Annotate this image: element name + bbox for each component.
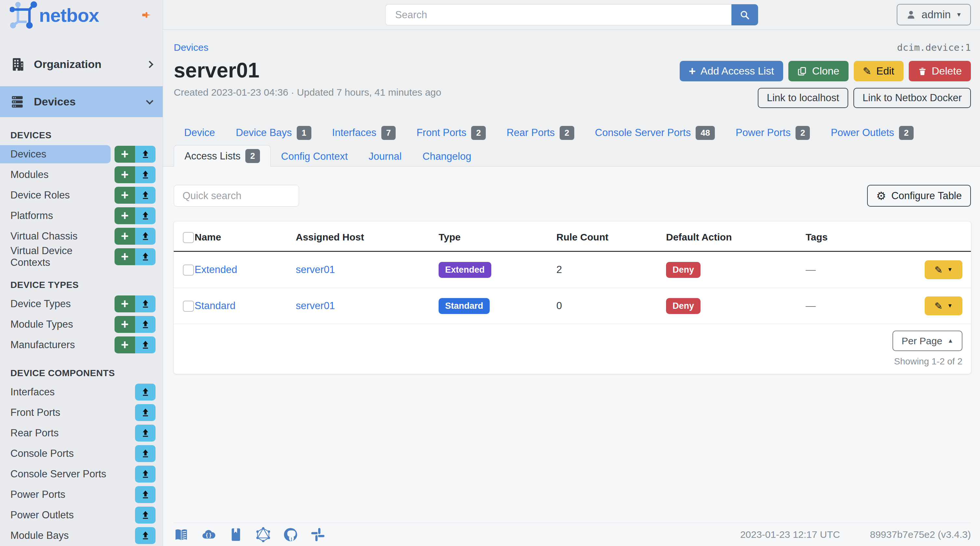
add-button[interactable]: + <box>115 248 135 265</box>
tab-power-outlets[interactable]: Power Outlets2 <box>820 123 924 143</box>
pin-sidebar-icon[interactable] <box>140 8 153 21</box>
assigned-host-link[interactable]: server01 <box>296 300 335 311</box>
sidebar-link[interactable]: Device Types <box>0 295 111 313</box>
edit-button[interactable]: ✎ Edit <box>854 61 904 81</box>
tab-device[interactable]: Device <box>174 123 226 143</box>
access-list-link[interactable]: Extended <box>194 264 237 275</box>
tab-access-lists[interactable]: Access Lists2 <box>174 145 271 167</box>
configure-table-button[interactable]: ⚙ Configure Table <box>867 185 971 207</box>
import-button[interactable] <box>135 384 156 401</box>
import-button[interactable] <box>135 445 156 462</box>
user-menu-button[interactable]: admin ▼ <box>897 4 971 25</box>
sidebar-link[interactable]: Module Types <box>0 315 111 334</box>
sidebar-link[interactable]: Console Ports <box>0 444 131 463</box>
sidebar-link[interactable]: Front Ports <box>0 403 131 422</box>
quick-search-input[interactable] <box>174 185 299 207</box>
sidebar-link[interactable]: Virtual Device Contexts <box>0 248 111 266</box>
sidebar-link[interactable]: Power Ports <box>0 486 131 504</box>
import-button[interactable] <box>135 404 156 421</box>
tab-console-server-ports[interactable]: Console Server Ports48 <box>585 123 725 143</box>
tab-interfaces[interactable]: Interfaces7 <box>322 123 406 143</box>
sidebar-section-devices[interactable]: Devices <box>0 86 163 117</box>
sidebar-link[interactable]: Device Roles <box>0 186 111 204</box>
column-header-name[interactable]: Name <box>194 221 296 252</box>
delete-button[interactable]: Delete <box>909 61 971 81</box>
tab-config-context[interactable]: Config Context <box>271 147 358 166</box>
tab-journal[interactable]: Journal <box>358 147 412 166</box>
add-button[interactable]: + <box>115 316 135 333</box>
sidebar-link[interactable]: Power Outlets <box>0 506 131 524</box>
slack-icon[interactable] <box>310 527 325 542</box>
import-button[interactable] <box>135 336 156 353</box>
access-list-link[interactable]: Standard <box>194 300 235 311</box>
sidebar-section-organization[interactable]: Organization <box>0 49 163 80</box>
import-button[interactable] <box>135 228 156 245</box>
import-button[interactable] <box>135 486 156 503</box>
github-icon[interactable] <box>283 527 298 542</box>
tab-front-ports[interactable]: Front Ports2 <box>406 123 496 143</box>
sidebar-link[interactable]: Devices <box>0 145 111 163</box>
sidebar-link[interactable]: Virtual Chassis <box>0 227 111 245</box>
import-button[interactable] <box>135 507 156 524</box>
tab-changelog[interactable]: Changelog <box>412 147 482 166</box>
import-button[interactable] <box>135 466 156 482</box>
add-button[interactable]: + <box>115 336 135 353</box>
netbox-logo-icon[interactable] <box>10 1 37 29</box>
add-button[interactable]: + <box>115 228 135 245</box>
search-input[interactable] <box>385 4 732 25</box>
column-header-type[interactable]: Type <box>439 221 556 252</box>
breadcrumb-devices[interactable]: Devices <box>174 42 208 53</box>
add-button[interactable]: + <box>115 166 135 183</box>
add-button[interactable]: + <box>115 146 135 163</box>
graphql-icon[interactable] <box>256 527 271 542</box>
clone-button[interactable]: Clone <box>788 61 848 81</box>
sidebar-link[interactable]: Modules <box>0 166 111 184</box>
per-page-button[interactable]: Per Page ▲ <box>892 331 963 351</box>
rest-api-cloud-icon[interactable]: { } <box>201 527 216 542</box>
search-button[interactable] <box>732 4 758 25</box>
row-checkbox[interactable] <box>183 301 194 312</box>
column-header-tags[interactable]: Tags <box>806 221 910 252</box>
sidebar-link[interactable]: Module Bays <box>0 527 131 545</box>
sidebar-link[interactable]: Manufacturers <box>0 336 111 354</box>
import-button[interactable] <box>135 207 156 224</box>
plus-icon: + <box>689 64 696 78</box>
select-all-checkbox[interactable] <box>183 232 194 243</box>
row-edit-dropdown-button[interactable]: ✎ ▼ <box>925 260 963 279</box>
import-button[interactable] <box>135 248 156 265</box>
row-checkbox[interactable] <box>183 264 194 275</box>
upload-icon <box>140 408 150 417</box>
tab-device-bays[interactable]: Device Bays1 <box>226 123 322 143</box>
add-button[interactable]: + <box>115 187 135 204</box>
column-header-rule-count[interactable]: Rule Count <box>556 221 666 252</box>
import-button[interactable] <box>135 187 156 204</box>
link-to-netbox-docker-button[interactable]: Link to Netbox Docker <box>853 88 971 108</box>
import-button[interactable] <box>135 296 156 312</box>
import-button[interactable] <box>135 316 156 333</box>
column-header-default-action[interactable]: Default Action <box>666 221 806 252</box>
tab-rear-ports[interactable]: Rear Ports2 <box>496 123 585 143</box>
rule-count: 2 <box>556 252 666 288</box>
netbox-wordmark[interactable]: netbox <box>39 4 99 26</box>
row-edit-dropdown-button[interactable]: ✎ ▼ <box>925 296 963 315</box>
assigned-host-link[interactable]: server01 <box>296 264 335 275</box>
add-button[interactable]: + <box>115 207 135 224</box>
add-access-list-button[interactable]: + Add Access List <box>680 61 783 81</box>
tab-power-ports[interactable]: Power Ports2 <box>725 123 820 143</box>
tags-value: — <box>806 264 816 275</box>
add-button[interactable]: + <box>115 296 135 312</box>
import-button[interactable] <box>135 146 156 163</box>
import-button[interactable] <box>135 425 156 441</box>
column-header-assigned-host[interactable]: Assigned Host <box>296 221 439 252</box>
sidebar-link[interactable]: Platforms <box>0 207 111 225</box>
link-to-localhost-button[interactable]: Link to localhost <box>758 88 848 108</box>
sidebar-link[interactable]: Interfaces <box>0 383 131 401</box>
docs-book-icon[interactable] <box>174 527 189 542</box>
sidebar-link[interactable]: Rear Ports <box>0 424 131 442</box>
type-badge: Standard <box>439 298 490 314</box>
import-button[interactable] <box>135 527 156 544</box>
import-button[interactable] <box>135 166 156 183</box>
api-docs-bookmark-icon[interactable] <box>228 527 243 542</box>
sidebar-link[interactable]: Console Server Ports <box>0 465 131 483</box>
upload-icon <box>140 211 150 221</box>
